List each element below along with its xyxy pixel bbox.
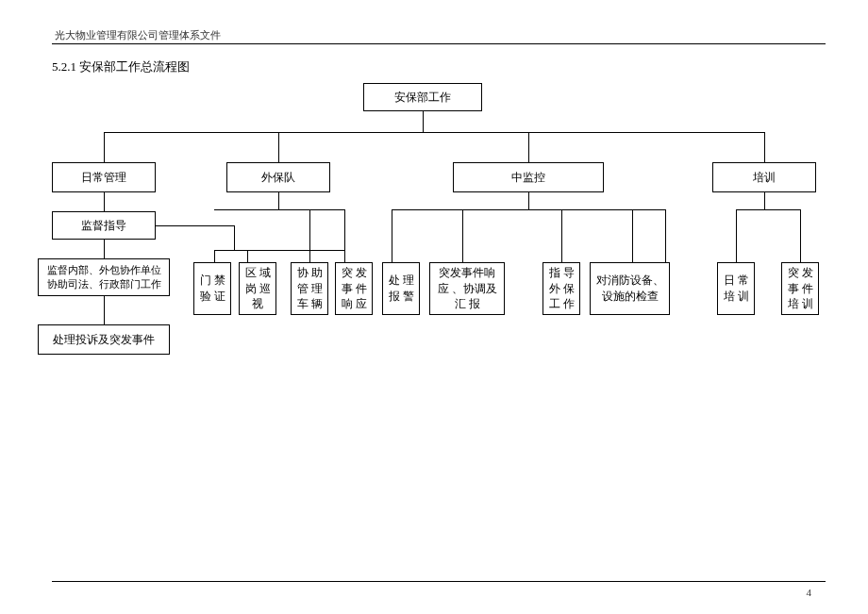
connector (423, 111, 424, 132)
node-supervise: 监督指导 (52, 211, 156, 240)
node-fire-check: 对消防设备、 设施的检查 (590, 262, 670, 315)
connector (736, 209, 737, 262)
node-complaints: 处理投诉及突发事件 (38, 324, 170, 355)
connector (278, 192, 279, 209)
connector (344, 209, 345, 262)
node-supervise-detail: 监督内部、外包协作单位 协助司法、行政部门工作 (38, 258, 170, 296)
header-line (52, 43, 826, 44)
connector (278, 132, 279, 162)
connector (214, 209, 344, 210)
connector (561, 209, 562, 262)
connector (104, 296, 105, 324)
connector (214, 250, 215, 262)
node-guide-external: 指 导 外 保 工 作 (542, 262, 580, 315)
org-chart-diagram: 安保部工作 日常管理 外保队 中监控 培训 监督指导 监督内部、外包协作单位 协… (0, 75, 868, 453)
page-number: 4 (807, 587, 812, 598)
node-emergency-response1: 突 发 事 件 响 应 (335, 262, 373, 315)
connector (665, 209, 666, 262)
connector (736, 209, 800, 210)
connector (309, 209, 310, 262)
connector (392, 209, 665, 210)
node-handle-alarm: 处 理 报 警 (382, 262, 420, 315)
connector (528, 192, 529, 209)
node-central-monitor: 中监控 (453, 162, 604, 192)
node-emergency-training: 突 发 事 件 培 训 (781, 262, 819, 315)
connector (156, 225, 234, 226)
connector (462, 209, 463, 262)
connector (104, 132, 105, 162)
connector (764, 192, 765, 209)
node-assist-vehicle: 协 助 管 理 车 辆 (291, 262, 328, 315)
connector (632, 209, 633, 262)
connector (764, 132, 765, 162)
node-area-patrol: 区 域 岗 巡 视 (239, 262, 276, 315)
node-root: 安保部工作 (363, 83, 482, 111)
connector (800, 209, 801, 262)
node-emergency-coord: 突发事件响 应 、协调及 汇 报 (429, 262, 505, 315)
connector (392, 209, 392, 262)
node-external-team: 外保队 (226, 162, 330, 192)
node-training: 培训 (712, 162, 816, 192)
connector (234, 225, 235, 250)
connector (247, 250, 248, 262)
node-access-verify: 门 禁 验 证 (193, 262, 231, 315)
connector (104, 240, 105, 258)
header-text: 光大物业管理有限公司管理体系文件 (55, 28, 221, 42)
connector (528, 132, 529, 162)
connector (104, 132, 764, 133)
connector (214, 250, 344, 251)
connector (104, 192, 105, 211)
node-daily-mgmt: 日常管理 (52, 162, 156, 192)
section-title: 5.2.1 安保部工作总流程图 (52, 58, 190, 75)
node-daily-training: 日 常 培 训 (717, 262, 755, 315)
footer-line (52, 581, 826, 582)
